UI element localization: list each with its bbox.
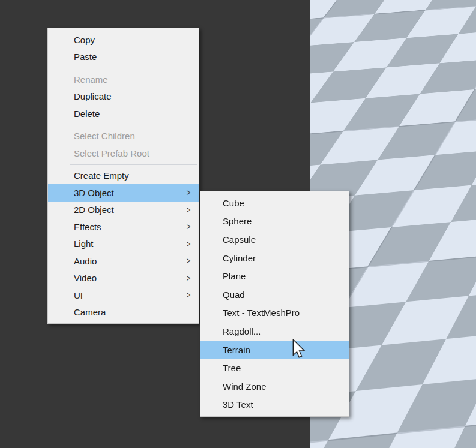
submenu-arrow-icon: > xyxy=(187,222,191,231)
submenu-item-ragdoll[interactable]: Ragdoll... xyxy=(200,322,349,341)
menu-item-create-empty[interactable]: Create Empty xyxy=(48,167,199,185)
menu-item-label: Audio xyxy=(74,256,97,266)
menu-item-label: Select Prefab Root xyxy=(74,148,149,158)
menu-item-label: Sphere xyxy=(223,216,252,226)
submenu-arrow-icon: > xyxy=(187,273,191,283)
menu-item-rename: Rename xyxy=(48,71,199,88)
menu-item-3d-object[interactable]: 3D Object> xyxy=(48,184,199,202)
menu-item-label: Ragdoll... xyxy=(223,326,261,336)
menu-item-label: Effects xyxy=(74,222,101,232)
menu-item-label: Cube xyxy=(223,198,244,208)
menu-item-delete[interactable]: Delete xyxy=(48,105,199,122)
submenu-arrow-icon: > xyxy=(187,205,191,215)
menu-item-label: Cylinder xyxy=(223,253,256,263)
menu-item-copy[interactable]: Copy xyxy=(48,31,199,49)
menu-item-label: 3D Text xyxy=(223,399,253,410)
submenu-item-text-textmeshpro[interactable]: Text - TextMeshPro xyxy=(200,304,349,323)
menu-item-video[interactable]: Video> xyxy=(48,270,199,287)
menu-item-label: Text - TextMeshPro xyxy=(223,308,300,318)
menu-item-label: 3D Object xyxy=(74,188,114,198)
menu-item-ui[interactable]: UI> xyxy=(48,287,199,304)
submenu-item-cube[interactable]: Cube xyxy=(200,194,349,212)
menu-item-select-children: Select Children xyxy=(48,128,199,145)
desktop: CopyPasteRenameDuplicateDeleteSelect Chi… xyxy=(0,0,476,448)
menu-item-label: Create Empty xyxy=(74,170,129,181)
submenu-arrow-icon: > xyxy=(187,290,191,300)
menu-item-label: Video xyxy=(74,273,97,283)
menu-item-2d-object[interactable]: 2D Object> xyxy=(48,202,199,219)
menu-item-select-prefab-root: Select Prefab Root xyxy=(48,145,199,162)
submenu-item-sphere[interactable]: Sphere xyxy=(200,212,349,231)
menu-item-label: 2D Object xyxy=(74,205,114,215)
submenu-item-3d-text[interactable]: 3D Text xyxy=(200,396,349,414)
submenu-item-capsule[interactable]: Capsule xyxy=(200,230,349,249)
menu-item-paste[interactable]: Paste xyxy=(48,49,199,66)
menu-separator xyxy=(70,125,197,125)
menu-separator xyxy=(70,164,197,165)
menu-item-label: Terrain xyxy=(223,345,250,355)
submenu-item-terrain[interactable]: Terrain xyxy=(200,341,349,359)
menu-item-audio[interactable]: Audio> xyxy=(48,252,199,270)
menu-item-label: Duplicate xyxy=(74,91,112,101)
menu-item-label: Plane xyxy=(223,271,246,281)
menu-item-label: Light xyxy=(74,239,94,249)
context-menu: CopyPasteRenameDuplicateDeleteSelect Chi… xyxy=(47,28,199,324)
submenu-arrow-icon: > xyxy=(187,239,191,249)
menu-item-camera[interactable]: Camera xyxy=(48,304,199,321)
menu-item-label: Copy xyxy=(74,35,95,45)
submenu-item-wind-zone[interactable]: Wind Zone xyxy=(200,377,349,396)
menu-item-label: Rename xyxy=(74,74,108,85)
menu-item-label: Tree xyxy=(223,363,241,373)
menu-item-label: Camera xyxy=(74,307,106,317)
menu-item-label: Capsule xyxy=(223,234,256,245)
submenu-item-plane[interactable]: Plane xyxy=(200,267,349,285)
menu-item-label: Paste xyxy=(74,52,97,62)
submenu-arrow-icon: > xyxy=(187,188,191,197)
menu-item-duplicate[interactable]: Duplicate xyxy=(48,88,199,106)
menu-item-label: Quad xyxy=(223,290,245,300)
submenu-item-quad[interactable]: Quad xyxy=(200,285,349,304)
menu-item-label: UI xyxy=(74,290,83,300)
menu-separator xyxy=(70,68,197,68)
menu-item-label: Wind Zone xyxy=(223,381,267,392)
menu-item-label: Select Children xyxy=(74,131,135,141)
submenu-item-tree[interactable]: Tree xyxy=(200,359,349,377)
submenu-3d-object: CubeSphereCapsuleCylinderPlaneQuadText -… xyxy=(200,191,349,417)
submenu-arrow-icon: > xyxy=(187,256,191,266)
menu-item-label: Delete xyxy=(74,109,100,119)
menu-item-light[interactable]: Light> xyxy=(48,236,199,253)
menu-item-effects[interactable]: Effects> xyxy=(48,218,199,236)
submenu-item-cylinder[interactable]: Cylinder xyxy=(200,249,349,267)
